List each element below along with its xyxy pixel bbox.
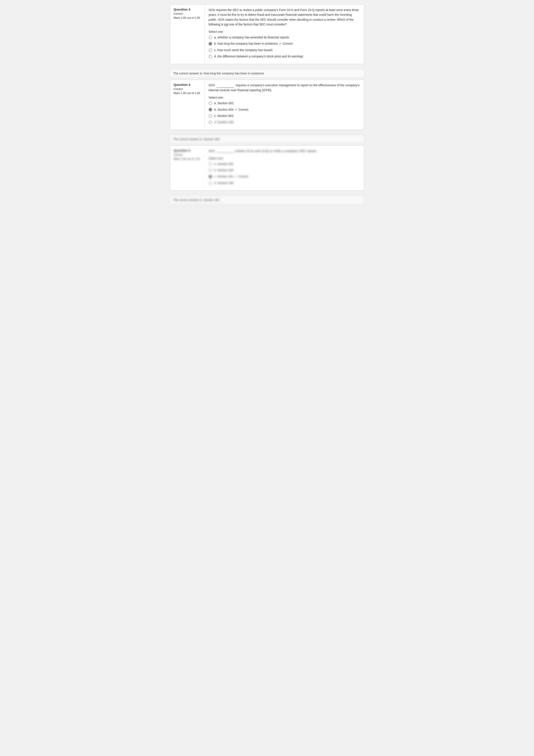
correct-check-3-b: ✔: [279, 41, 282, 46]
option-3-b[interactable]: b. how long the company has been in exis…: [209, 41, 360, 46]
question-4-options: a. Section 302 b. Section 404 ✔ Correct …: [209, 101, 360, 125]
option-4-c-label: c. Section 903: [214, 114, 234, 118]
option-4-c[interactable]: c. Section 903: [209, 114, 360, 118]
question-5-text: SOX ___________ reviews 10-Ks and 10-Qs …: [209, 148, 360, 153]
option-3-c-label: c. how much stock the company has issued: [214, 48, 272, 52]
radio-4-b[interactable]: [209, 108, 212, 111]
option-5-b[interactable]: b. Section 205: [209, 168, 360, 173]
question-4-sidebar: Question 4 Correct Mark 1.00 out of 1.00: [170, 80, 205, 130]
radio-4-a[interactable]: [209, 101, 212, 105]
question-4-text: SOX requires a company's executive manag…: [209, 83, 360, 93]
question-4-mark: Mark 1.00 out of 1.00: [174, 92, 201, 95]
option-5-d-label: d. Section 106: [214, 181, 234, 185]
correct-label-3-b: Correct: [283, 41, 293, 46]
option-4-a[interactable]: a. Section 302: [209, 101, 360, 105]
answer-box-4: The correct answer is: Section 404: [170, 135, 364, 143]
option-5-c-label: c. Section 301: [214, 174, 234, 179]
question-3-sidebar: Question 3 Correct Mark 1.00 out of 1.00: [170, 5, 205, 64]
question-5-number: Question 5: [174, 148, 201, 152]
option-4-d[interactable]: d. Section 106: [209, 120, 360, 124]
answer-box-5: The correct answer is: Section 301: [170, 196, 364, 204]
option-3-b-label: b. how long the company has been in exis…: [214, 41, 278, 46]
option-5-b-label: b. Section 205: [214, 168, 234, 173]
question-4-select-label: Select one:: [209, 96, 360, 99]
correct-label-4-b: Correct: [239, 107, 248, 112]
question-5-options: a. Section 302 b. Section 205 c. Section…: [209, 162, 360, 185]
question-5-select-label: Select one:: [209, 157, 360, 160]
answer-text-3: The correct answer is: how long the comp…: [173, 71, 264, 75]
question-4-status: Correct: [174, 87, 201, 91]
option-3-a-label: a. whether a company has amended its fin…: [214, 35, 289, 40]
radio-5-d[interactable]: [209, 181, 212, 185]
question-5-mark: Mark 1.00 out of 1.00: [174, 157, 201, 160]
question-4-number: Question 4: [174, 83, 201, 87]
question-3-status: Correct: [174, 12, 201, 15]
question-4-block: Question 4 Correct Mark 1.00 out of 1.00…: [170, 80, 364, 130]
option-5-a[interactable]: a. Section 302: [209, 162, 360, 166]
radio-5-a[interactable]: [209, 162, 212, 166]
radio-3-a[interactable]: [209, 36, 212, 39]
question-3-text: SOX requires the SEC to review a public …: [209, 8, 360, 27]
question-3-select-label: Select one:: [209, 30, 360, 34]
answer-text-4: The correct answer is: Section 404: [173, 137, 220, 141]
radio-5-b[interactable]: [209, 169, 212, 172]
question-3-block: Question 3 Correct Mark 1.00 out of 1.00…: [170, 4, 364, 64]
option-5-a-label: a. Section 302: [214, 162, 234, 166]
question-4-content: SOX requires a company's executive manag…: [205, 80, 364, 130]
option-4-b-label: b. Section 404: [214, 107, 234, 112]
question-5-sidebar: Question 5 Correct Mark 1.00 out of 1.00: [170, 146, 205, 190]
option-3-c[interactable]: c. how much stock the company has issued: [209, 48, 360, 52]
radio-3-b[interactable]: [209, 42, 212, 45]
answer-box-3: The correct answer is: how long the comp…: [170, 69, 364, 77]
correct-check-4-b: ✔: [235, 107, 238, 112]
question-3-options: a. whether a company has amended its fin…: [209, 35, 360, 59]
fill-blank-4: [217, 83, 234, 88]
radio-4-d[interactable]: [209, 121, 212, 124]
option-4-d-label: d. Section 106: [214, 120, 234, 124]
question-3-mark: Mark 1.00 out of 1.00: [174, 16, 201, 19]
option-5-d[interactable]: d. Section 106: [209, 181, 360, 185]
radio-3-c[interactable]: [209, 48, 212, 52]
question-3-number: Question 3: [174, 8, 201, 11]
question-5-status: Correct: [174, 153, 201, 156]
radio-5-c[interactable]: [209, 175, 212, 178]
option-3-d[interactable]: d. the difference between a company's st…: [209, 54, 360, 59]
correct-label-5-c: Correct: [238, 174, 248, 179]
question-5-content: SOX ___________ reviews 10-Ks and 10-Qs …: [205, 146, 364, 190]
option-4-a-label: a. Section 302: [214, 101, 234, 105]
option-3-a[interactable]: a. whether a company has amended its fin…: [209, 35, 360, 40]
radio-4-c[interactable]: [209, 114, 212, 118]
option-5-c[interactable]: c. Section 301 ✔ Correct: [209, 174, 360, 179]
question-5-block: Question 5 Correct Mark 1.00 out of 1.00…: [170, 146, 364, 191]
option-4-b[interactable]: b. Section 404 ✔ Correct: [209, 107, 360, 112]
quiz-container: Question 3 Correct Mark 1.00 out of 1.00…: [170, 4, 364, 204]
radio-3-d[interactable]: [209, 55, 212, 58]
correct-check-5-c: ✔: [235, 174, 237, 179]
question-3-content: SOX requires the SEC to review a public …: [205, 5, 364, 64]
answer-text-5: The correct answer is: Section 301: [173, 198, 220, 202]
option-3-d-label: d. the difference between a company's st…: [214, 54, 303, 59]
